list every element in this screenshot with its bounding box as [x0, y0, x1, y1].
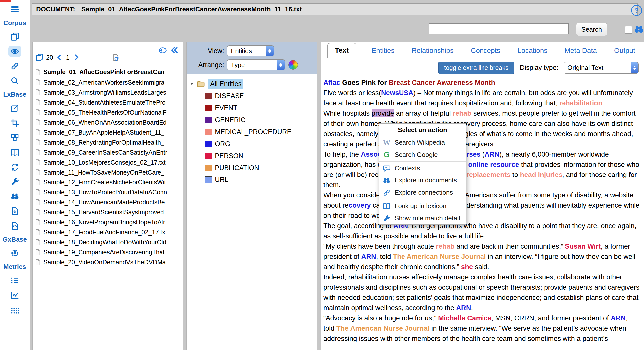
tab-text[interactable]: Text — [328, 43, 356, 58]
entity-org[interactable]: ARN — [610, 314, 626, 322]
entity-org[interactable]: online resource — [468, 160, 519, 168]
prev-page-icon[interactable] — [56, 53, 64, 61]
menu-item-search-google[interactable]: GSearch Google — [379, 148, 466, 161]
menu-item-show-rule-match-detail[interactable]: Show rule match detail — [379, 212, 466, 224]
doc-list-item[interactable]: Sample_05_TheHealthPerksOfOurNationalF — [35, 107, 183, 117]
collapse-panel-icon[interactable] — [170, 45, 179, 55]
color-wheel-icon[interactable] — [288, 60, 298, 70]
entity-org[interactable]: ARN — [484, 150, 500, 158]
sidebar-item-globe[interactable] — [8, 248, 22, 259]
entity-org[interactable]: ARN — [361, 253, 376, 260]
entity-type-person[interactable]: PERSON — [198, 150, 314, 162]
sidebar-item-cubes[interactable] — [8, 132, 22, 143]
doc-list-item[interactable]: Sample_06_WhenOnAnAssociationBoardEd — [35, 117, 183, 127]
tab-relationships[interactable]: Relationships — [410, 44, 456, 58]
toggle-view-icon[interactable] — [158, 46, 167, 55]
doc-list-item[interactable]: Sample_07_BuyAnAppleHelpAStudent_11_ — [35, 127, 183, 137]
entity-type-event[interactable]: EVENT — [198, 102, 314, 114]
sidebar-item-list[interactable] — [8, 275, 22, 286]
entity-org[interactable]: Aflac — [324, 79, 340, 86]
sidebar-item-crop[interactable] — [8, 117, 22, 128]
refresh-doc-list-icon[interactable] — [112, 53, 120, 61]
tab-meta-data[interactable]: Meta Data — [563, 44, 599, 58]
entity-publication[interactable]: The American Nurse Journal — [393, 253, 486, 260]
doc-list-item[interactable]: Sample_14_HowAmericanMadeProductsBe — [35, 197, 183, 207]
doc-list-item[interactable]: Sample_02_AmericanWorkersSeekImmigra — [35, 77, 183, 87]
entity-event[interactable]: Breast Cancer Awareness Month — [388, 79, 495, 86]
doc-list-item[interactable]: Sample_11_HowToSaveMoneyOnPetCare_ — [35, 167, 183, 177]
doc-list-item[interactable]: Sample_04_StudentAthletesEmulateThePro — [35, 97, 183, 107]
menu-item-contexts[interactable]: Contexts — [379, 162, 466, 174]
entity-type-generic[interactable]: GENERIC — [198, 114, 314, 126]
entity-medical_procedure[interactable]: rehab — [436, 242, 454, 250]
entity-medical_procedure[interactable]: rehabilitation — [559, 99, 602, 107]
search-binoculars-icon[interactable] — [634, 24, 644, 35]
sidebar-item-wrench[interactable] — [8, 176, 22, 187]
sidebar-item-menu[interactable] — [8, 4, 22, 15]
toggle-line-breaks-button[interactable]: toggle extra line breaks — [438, 62, 514, 74]
sidebar-item-file-import[interactable] — [8, 206, 22, 217]
tab-concepts[interactable]: Concepts — [469, 44, 502, 58]
entity-org[interactable]: ARN — [456, 304, 471, 311]
doc-list-item[interactable]: Sample_17_FoodFuelAndFinance_02_17.tx — [35, 227, 183, 237]
page-icon — [35, 208, 41, 216]
display-type-select[interactable]: Original Text — [564, 62, 638, 74]
doc-list-item[interactable]: Sample_16_NovelProgramBringsHopeToAfr — [35, 217, 183, 227]
sidebar-item-binoculars[interactable] — [8, 191, 22, 202]
sidebar-item-eye[interactable] — [8, 46, 22, 57]
entity-org[interactable]: NewsUSA — [381, 89, 414, 97]
menu-item-search-wikipedia[interactable]: WSearch Wikipedia — [379, 136, 466, 148]
action-menu-items: WSearch WikipediaGSearch GoogleContextsE… — [379, 136, 466, 224]
sidebar-item-chart[interactable] — [8, 290, 22, 301]
doc-list-item[interactable]: Sample_03_ArmstrongWilliamsLeadsLarges — [35, 87, 183, 97]
sidebar-item-search[interactable] — [8, 75, 22, 86]
doc-list-item[interactable]: Sample_18_DecidingWhatToDoWithYourOld — [35, 237, 183, 247]
menu-item-look-up-in-lexicon[interactable]: Look up in lexicon — [379, 200, 466, 212]
tab-output[interactable]: Output — [612, 44, 637, 58]
entity-type-org[interactable]: ORG — [198, 138, 314, 150]
doc-list-item[interactable]: Sample_20_VideoOnDemandVsTheDVDMa — [35, 257, 183, 267]
doc-list-item[interactable]: Sample_13_HowToProtectYourDataInAConn — [35, 187, 183, 197]
entity-medical_procedure[interactable]: head injuries — [520, 171, 562, 179]
doc-list-item[interactable]: Sample_10_LosMejoresConsejos_02_17.txt — [35, 157, 183, 167]
next-page-icon[interactable] — [72, 53, 80, 61]
entity-org[interactable]: covery — [349, 202, 371, 209]
menu-item-label: Look up in lexicon — [394, 202, 446, 210]
entity-person[interactable]: Susan Wirt — [565, 242, 601, 250]
entity-type-publication[interactable]: PUBLICATION — [198, 162, 314, 174]
help-icon[interactable]: ? — [631, 5, 642, 16]
doc-list-item[interactable]: Sample_12_FirmCreatesNicheForClientsWit — [35, 177, 183, 187]
doc-list-item[interactable]: Sample_19_CompaniesAreDiscoveringThat — [35, 247, 183, 257]
sidebar-item-grid[interactable] — [8, 304, 22, 315]
arrange-select[interactable]: Type — [227, 59, 285, 70]
entity-person[interactable]: Michelle Camica — [438, 314, 492, 322]
entity-person[interactable]: she — [461, 263, 473, 271]
entity-tree-root[interactable]: All Entities — [190, 78, 314, 90]
entity-publication[interactable]: The American Nurse Journal — [336, 324, 430, 332]
entity-type-disease[interactable]: DISEASE — [198, 90, 314, 102]
menu-item-explore-in-documents[interactable]: Explore in documents — [379, 174, 466, 187]
selected-word[interactable]: provide — [372, 109, 394, 117]
tab-locations[interactable]: Locations — [516, 44, 549, 58]
doc-list-item[interactable]: Sample_01_AflacGoesPinkForBreastCan — [35, 67, 183, 77]
entity-medical_procedure[interactable]: rehab — [452, 109, 471, 117]
menu-item-explore-connections[interactable]: Explore connections — [379, 187, 466, 199]
doc-list-item[interactable]: Sample_09_CareerInSalesCanSatisfyAnEntr — [35, 147, 183, 157]
search-checkbox[interactable] — [624, 26, 632, 34]
tab-entities[interactable]: Entities — [370, 44, 396, 58]
sidebar-item-edit[interactable] — [8, 103, 22, 114]
entity-type-medical_procedure[interactable]: MEDICAL_PROCEDURE — [198, 126, 314, 138]
sidebar-item-book[interactable] — [8, 147, 22, 158]
search-input[interactable] — [429, 24, 569, 35]
pages-icon[interactable] — [36, 53, 44, 61]
sidebar-item-link[interactable] — [8, 61, 22, 72]
doc-list-item[interactable]: Sample_08_RehydratingForOptimalHealth_ — [35, 137, 183, 147]
search-button[interactable]: Search — [576, 23, 607, 36]
entity-type-url[interactable]: URL — [198, 174, 314, 186]
view-select[interactable]: Entities — [227, 45, 274, 56]
sidebar-item-sync[interactable] — [8, 161, 22, 172]
sidebar-item-pages[interactable] — [8, 31, 22, 42]
doc-list-item[interactable]: Sample_15_HarvardScientistSaysImproved — [35, 207, 183, 217]
sidebar-item-file-code[interactable] — [8, 220, 22, 231]
expander-icon[interactable] — [190, 83, 194, 85]
